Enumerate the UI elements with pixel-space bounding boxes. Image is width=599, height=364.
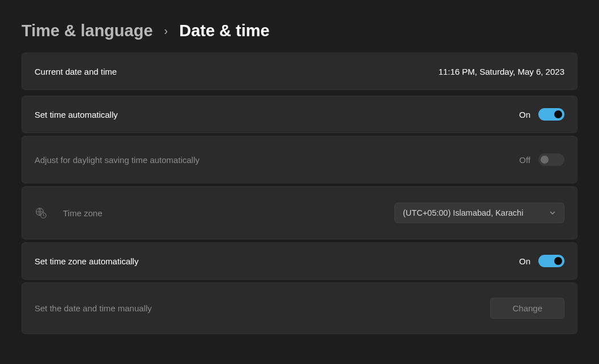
time-zone-left: Time zone — [35, 207, 102, 219]
time-zone-dropdown[interactable]: (UTC+05:00) Islamabad, Karachi — [394, 203, 564, 223]
set-timezone-auto-card: Set time zone automatically On — [22, 242, 577, 280]
daylight-saving-toggle — [538, 153, 564, 166]
globe-clock-icon — [35, 207, 47, 219]
current-datetime-label: Current date and time — [35, 67, 117, 76]
breadcrumb: Time & language › Date & time — [22, 22, 577, 40]
daylight-saving-card: Adjust for daylight saving time automati… — [22, 136, 577, 183]
manual-datetime-label: Set the date and time manually — [35, 303, 152, 313]
set-time-auto-toggle[interactable] — [538, 108, 564, 121]
set-timezone-auto-toggle[interactable] — [538, 255, 564, 267]
set-time-auto-card: Set time automatically On — [22, 96, 577, 133]
current-datetime-value: 11:16 PM, Saturday, May 6, 2023 — [439, 67, 564, 76]
daylight-saving-label: Adjust for daylight saving time automati… — [35, 155, 199, 165]
page-title: Date & time — [179, 22, 270, 40]
time-zone-selected: (UTC+05:00) Islamabad, Karachi — [403, 208, 523, 217]
time-zone-card: Time zone (UTC+05:00) Islamabad, Karachi — [22, 186, 577, 239]
change-button[interactable]: Change — [490, 298, 564, 319]
set-time-auto-label: Set time automatically — [35, 110, 118, 119]
daylight-saving-state: Off — [519, 155, 530, 165]
breadcrumb-parent[interactable]: Time & language — [22, 22, 153, 40]
set-time-auto-toggle-group: On — [519, 108, 564, 121]
time-zone-label: Time zone — [63, 208, 102, 218]
manual-datetime-card: Set the date and time manually Change — [22, 282, 577, 334]
daylight-saving-toggle-group: Off — [519, 153, 564, 166]
chevron-right-icon: › — [164, 24, 168, 37]
set-timezone-auto-label: Set time zone automatically — [35, 256, 138, 266]
set-timezone-auto-state: On — [519, 256, 530, 266]
current-datetime-card: Current date and time 11:16 PM, Saturday… — [22, 53, 577, 90]
set-timezone-auto-toggle-group: On — [519, 255, 564, 267]
chevron-down-icon — [549, 209, 556, 216]
set-time-auto-state: On — [519, 110, 530, 119]
